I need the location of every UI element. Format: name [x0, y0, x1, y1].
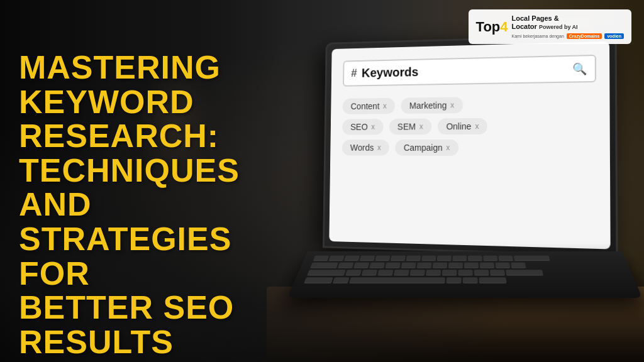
keywords-label: Keywords — [362, 62, 572, 80]
top4-brand-text: Top4 — [476, 19, 508, 35]
tags-row-3: Words x Campaign x — [342, 140, 597, 156]
tag-words[interactable]: Words x — [342, 140, 389, 155]
hash-symbol: # — [351, 67, 357, 80]
tag-seo[interactable]: SEO x — [342, 119, 383, 135]
tag-content[interactable]: Content x — [343, 98, 396, 114]
top4-logo: Top4 — [476, 19, 508, 35]
key-row-space — [304, 277, 626, 283]
partners-row: Kami bekerjasama dengan CrazyDomains vod… — [512, 33, 624, 39]
laptop-keyboard — [287, 251, 643, 298]
local-pages-text: Local Pages & Locator Powered by AI — [512, 14, 624, 31]
keyboard-keys — [291, 251, 638, 288]
tag-sem[interactable]: SEM x — [389, 118, 432, 134]
search-icon: 🔍 — [572, 62, 587, 76]
tag-marketing[interactable]: Marketing x — [401, 97, 463, 114]
headline-block: MASTERING KEYWORD RESEARCH: TECHNIQUES A… — [19, 50, 283, 359]
laptop-bezel: # Keywords 🔍 Content x Marketing x — [329, 41, 610, 250]
tag-online[interactable]: Online x — [438, 118, 488, 134]
logo-area: Top4 Local Pages & Locator Powered by AI… — [469, 9, 631, 44]
laptop-lid: # Keywords 🔍 Content x Marketing x — [323, 34, 618, 256]
key-row-3 — [307, 270, 623, 275]
headline-text: MASTERING KEYWORD RESEARCH: TECHNIQUES A… — [19, 50, 283, 359]
keyword-search-bar[interactable]: # Keywords 🔍 — [343, 55, 596, 87]
laptop-device: # Keywords 🔍 Content x Marketing x — [298, 38, 625, 327]
vodien-badge: vodien — [604, 33, 624, 39]
tags-row-2: SEO x SEM x Online x — [342, 118, 596, 135]
key-row-1 — [313, 256, 616, 261]
tags-area: Content x Marketing x SEO x — [342, 96, 597, 156]
logo-right-section: Local Pages & Locator Powered by AI Kami… — [512, 14, 624, 39]
tag-campaign[interactable]: Campaign x — [395, 140, 458, 156]
laptop-screen: # Keywords 🔍 Content x Marketing x — [329, 41, 610, 250]
tags-row-1: Content x Marketing x — [343, 96, 597, 114]
key-row-2 — [310, 263, 619, 268]
crazydomain-badge: CrazyDomains — [567, 33, 602, 39]
